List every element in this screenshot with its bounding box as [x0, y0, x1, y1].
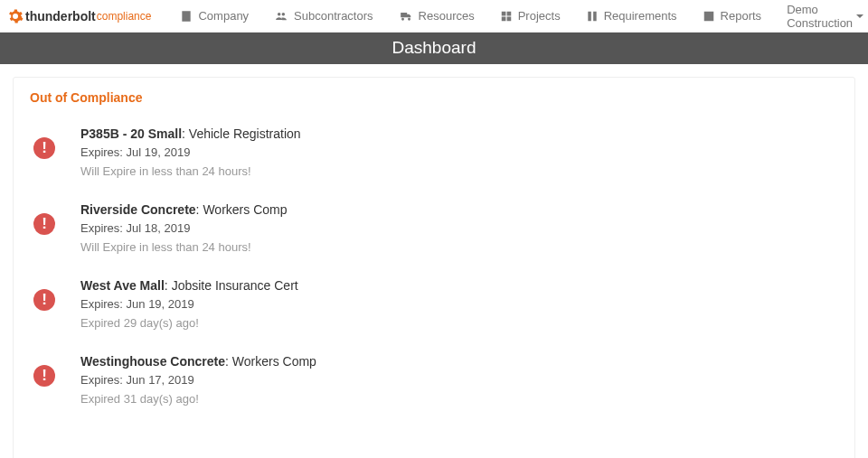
caret-down-icon: [856, 14, 863, 18]
nav-projects[interactable]: Projects: [487, 0, 573, 33]
compliance-panel: Out of Compliance !P385B - 20 Small: Veh…: [13, 77, 855, 458]
users-icon: [274, 10, 288, 23]
brand-logo[interactable]: thunderboltcompliance: [7, 8, 151, 24]
compliance-item[interactable]: !West Ave Mall: Jobsite Insurance CertEx…: [30, 276, 838, 332]
nav-requirements-label: Requirements: [604, 9, 677, 23]
nav-subcontractors-label: Subcontractors: [294, 9, 373, 23]
nav-account-label: Demo Construction: [787, 3, 853, 30]
brand-text-2: compliance: [97, 10, 152, 23]
nav-subcontractors[interactable]: Subcontractors: [261, 0, 385, 33]
compliance-item-expires: Expires: Jun 19, 2019: [80, 296, 298, 313]
compliance-item[interactable]: !P385B - 20 Small: Vehicle RegistrationE…: [30, 125, 838, 181]
compliance-item-title: P385B - 20 Small: Vehicle Registration: [80, 125, 301, 143]
compliance-item-title: Riverside Concrete: Workers Comp: [80, 201, 287, 219]
nav-resources-label: Resources: [419, 9, 475, 23]
top-navbar: thunderboltcompliance Company Subcontrac…: [0, 0, 868, 33]
compliance-item-name: West Ave Mall: [80, 278, 165, 293]
compliance-item-body: Riverside Concrete: Workers CompExpires:…: [80, 201, 287, 257]
nav-account-dropdown[interactable]: Demo Construction: [774, 0, 868, 33]
building-icon: [180, 10, 193, 23]
nav-reports-label: Reports: [721, 9, 762, 23]
nav-requirements[interactable]: Requirements: [573, 0, 690, 33]
compliance-item-name: Westinghouse Concrete: [80, 354, 225, 369]
compliance-item-status: Will Expire in less than 24 hours!: [80, 164, 301, 181]
compliance-item-name: Riverside Concrete: [80, 202, 196, 217]
compliance-item[interactable]: !Westinghouse Concrete: Workers CompExpi…: [30, 352, 838, 408]
nav-reports[interactable]: Reports: [690, 0, 775, 33]
compliance-item-requirement: Workers Comp: [203, 202, 287, 217]
compliance-item-requirement: Jobsite Insurance Cert: [172, 278, 298, 293]
truck-icon: [399, 10, 413, 23]
compliance-item-expires: Expires: Jul 18, 2019: [80, 220, 287, 238]
compliance-item-title: Westinghouse Concrete: Workers Comp: [80, 352, 316, 370]
compliance-item-body: P385B - 20 Small: Vehicle RegistrationEx…: [80, 125, 301, 181]
gear-icon: [7, 8, 24, 24]
compliance-item-status: Expired 31 day(s) ago!: [80, 391, 316, 408]
page-content: Out of Compliance !P385B - 20 Small: Veh…: [0, 64, 868, 458]
brand-text-1: thunderbolt: [25, 9, 96, 23]
page-title: Dashboard: [392, 38, 476, 57]
nav-resources[interactable]: Resources: [386, 0, 487, 33]
nav-company[interactable]: Company: [167, 0, 261, 33]
compliance-item-expires: Expires: Jul 19, 2019: [80, 145, 301, 162]
chart-icon: [703, 10, 715, 23]
book-icon: [586, 10, 599, 23]
compliance-item-expires: Expires: Jun 17, 2019: [80, 372, 316, 389]
alert-icon: !: [33, 289, 55, 311]
compliance-item-name: P385B - 20 Small: [80, 126, 182, 141]
compliance-item-title: West Ave Mall: Jobsite Insurance Cert: [80, 276, 298, 294]
compliance-item-body: Westinghouse Concrete: Workers CompExpir…: [80, 352, 316, 408]
compliance-item[interactable]: !Riverside Concrete: Workers CompExpires…: [30, 201, 838, 257]
compliance-item-requirement: Vehicle Registration: [189, 126, 301, 141]
compliance-item-status: Expired 29 day(s) ago!: [80, 315, 298, 332]
alert-icon: !: [33, 137, 55, 159]
page-title-bar: Dashboard: [0, 33, 868, 64]
section-title: Out of Compliance: [30, 90, 838, 105]
compliance-item-requirement: Workers Comp: [232, 354, 316, 369]
compliance-list: !P385B - 20 Small: Vehicle RegistrationE…: [30, 125, 838, 408]
grid-icon: [500, 10, 513, 23]
compliance-item-body: West Ave Mall: Jobsite Insurance CertExp…: [80, 276, 298, 332]
alert-icon: !: [33, 365, 55, 387]
compliance-item-status: Will Expire in less than 24 hours!: [80, 239, 287, 257]
nav-company-label: Company: [198, 9, 249, 23]
alert-icon: !: [33, 213, 55, 235]
nav-projects-label: Projects: [518, 9, 561, 23]
